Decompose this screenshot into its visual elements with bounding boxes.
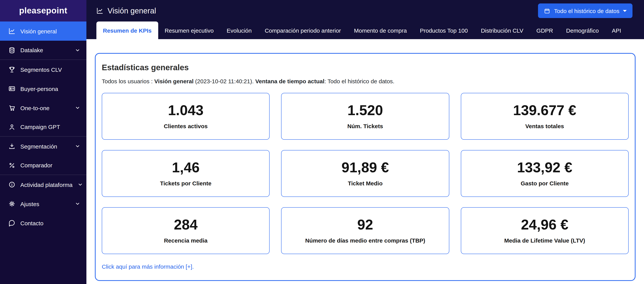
sidebar-item-label: Visión general [20, 28, 57, 34]
app-root: pleasepoint Visión general Datalake [0, 0, 644, 284]
panel-subtitle: Todos los usuarios : Visión general (202… [102, 78, 629, 84]
sidebar: pleasepoint Visión general Datalake [0, 0, 86, 284]
kpi-value: 284 [174, 218, 198, 232]
kpi-ticket-medio: 91,89 € Ticket Medio [281, 150, 449, 197]
kpi-value: 24,96 € [521, 218, 568, 232]
sidebar-item-label: Buyer-persona [20, 85, 58, 92]
kpi-value: 1,46 [172, 160, 200, 175]
sidebar-item-vision-general[interactable]: Visión general [0, 21, 86, 41]
database-icon [8, 47, 15, 53]
kpi-label: Recencia media [164, 237, 208, 244]
kpi-label: Tickets por Cliente [160, 180, 212, 187]
kpi-tbp: 92 Número de días medio entre compras (T… [281, 207, 449, 254]
subtitle-view-name: Visión general [154, 78, 194, 84]
date-range-button[interactable]: Todo el histórico de datos [538, 3, 632, 18]
calendar-icon [544, 7, 551, 14]
sidebar-item-buyer-persona[interactable]: Buyer-persona [0, 79, 86, 98]
kpi-gasto-por-cliente: 133,92 € Gasto por Cliente [461, 150, 629, 197]
id-card-icon [8, 85, 15, 92]
kpi-label: Núm. Tickets [347, 123, 383, 129]
trophy-icon [8, 66, 15, 73]
sidebar-item-actividad-plataforma[interactable]: Actividad plataforma [0, 175, 86, 194]
kpi-recencia-media: 284 Recencia media [102, 207, 270, 254]
kpi-value: 92 [357, 218, 373, 232]
brand-logo[interactable]: pleasepoint [0, 0, 86, 21]
sidebar-item-datalake[interactable]: Datalake [0, 41, 86, 60]
kpi-value: 1.520 [347, 103, 383, 117]
sidebar-item-one-to-one[interactable]: One-to-one [0, 98, 86, 117]
date-range-button-label: Todo el histórico de datos [554, 7, 620, 14]
subtitle-window-value: : Todo el histórico de datos. [324, 78, 394, 84]
subtitle-prefix: Todos los usuarios : [102, 78, 154, 84]
top-bar: Visión general Todo el histórico de dato… [86, 0, 644, 21]
sidebar-item-comparador[interactable]: Comparador [0, 156, 86, 175]
more-info-link[interactable]: Click aquí para más información [+]. [102, 263, 194, 270]
sidebar-item-label: One-to-one [20, 105, 50, 111]
tab-productos-top-100[interactable]: Productos Top 100 [414, 21, 474, 39]
main-area: Visión general Todo el histórico de dato… [86, 0, 644, 284]
content-area: Estadísticas generales Todos los usuario… [86, 39, 644, 284]
info-icon [8, 181, 15, 188]
subtitle-timestamp: (2023-10-02 11:40:21). [194, 78, 255, 84]
kpi-value: 1.043 [168, 103, 204, 117]
chart-icon [96, 7, 103, 14]
chat-icon [8, 220, 15, 227]
sidebar-item-label: Segmentación [20, 143, 57, 149]
chevron-down-icon [75, 201, 80, 207]
tab-momento-de-compra[interactable]: Momento de compra [348, 21, 414, 39]
kpi-label: Clientes activos [164, 123, 208, 129]
cart-icon [8, 104, 15, 111]
chevron-down-icon [75, 105, 80, 111]
sidebar-nav: Visión general Datalake Segmentos CLV [0, 21, 86, 233]
percent-icon [8, 162, 15, 169]
page-title: Visión general [108, 6, 156, 15]
kpi-num-tickets: 1.520 Núm. Tickets [281, 93, 449, 140]
chevron-down-icon [75, 47, 80, 53]
sidebar-item-segmentacion[interactable]: Segmentación [0, 137, 86, 156]
kpi-clientes-activos: 1.043 Clientes activos [102, 93, 270, 140]
tab-bar: Resumen de KPIs Resumen ejecutivo Evoluc… [86, 21, 644, 39]
kpi-ltv: 24,96 € Media de Lifetime Value (LTV) [461, 207, 629, 254]
kpi-value: 91,89 € [342, 160, 389, 175]
tab-distribucion-clv[interactable]: Distribución CLV [474, 21, 530, 39]
kpi-label: Ticket Medio [348, 180, 382, 187]
sidebar-item-label: Comparador [20, 162, 52, 169]
sidebar-item-campaign-gpt[interactable]: Campaign GPT [0, 117, 86, 137]
kpi-label: Gasto por Cliente [521, 180, 569, 187]
tab-resumen-de-kpis[interactable]: Resumen de KPIs [96, 21, 158, 39]
kpi-label: Número de días medio entre compras (TBP) [305, 237, 425, 244]
kpi-tickets-por-cliente: 1,46 Tickets por Cliente [102, 150, 270, 197]
panel-title: Estadísticas generales [102, 63, 629, 72]
page-title-wrap: Visión general [96, 6, 156, 15]
kpi-label: Media de Lifetime Value (LTV) [504, 237, 585, 244]
tab-demografico[interactable]: Demográfico [560, 21, 605, 39]
sidebar-item-label: Datalake [20, 47, 43, 53]
download-icon [8, 143, 15, 150]
kpi-grid: 1.043 Clientes activos 1.520 Núm. Ticket… [102, 93, 629, 254]
tab-resumen-ejecutivo[interactable]: Resumen ejecutivo [158, 21, 220, 39]
subtitle-window-label: Ventana de tiempo actual [255, 78, 324, 84]
caret-down-icon [623, 10, 627, 12]
chevron-down-icon [75, 144, 80, 149]
stats-panel: Estadísticas generales Todos los usuario… [95, 53, 636, 281]
sidebar-item-ajustes[interactable]: Ajustes [0, 194, 86, 213]
sidebar-item-segmentos-clv[interactable]: Segmentos CLV [0, 60, 86, 79]
tab-comparacion-periodo-anterior[interactable]: Comparación periodo anterior [258, 21, 348, 39]
gear-icon [8, 200, 15, 207]
sidebar-item-label: Campaign GPT [20, 124, 60, 130]
sidebar-item-label: Actividad plataforma [20, 181, 72, 188]
sidebar-item-label: Segmentos CLV [20, 66, 62, 73]
chevron-down-icon [78, 182, 83, 187]
sidebar-item-contacto[interactable]: Contacto [0, 213, 86, 233]
user-icon [8, 123, 15, 130]
chart-line-icon [8, 28, 15, 34]
kpi-label: Ventas totales [525, 123, 564, 129]
sidebar-item-label: Contacto [20, 220, 44, 226]
tab-gdpr[interactable]: GDPR [530, 21, 560, 39]
sidebar-item-label: Ajustes [20, 201, 39, 207]
kpi-value: 133,92 € [517, 160, 572, 175]
kpi-ventas-totales: 139.677 € Ventas totales [461, 93, 629, 140]
tab-evolucion[interactable]: Evolución [220, 21, 258, 39]
tab-api[interactable]: API [605, 21, 628, 39]
kpi-value: 139.677 € [513, 103, 576, 117]
